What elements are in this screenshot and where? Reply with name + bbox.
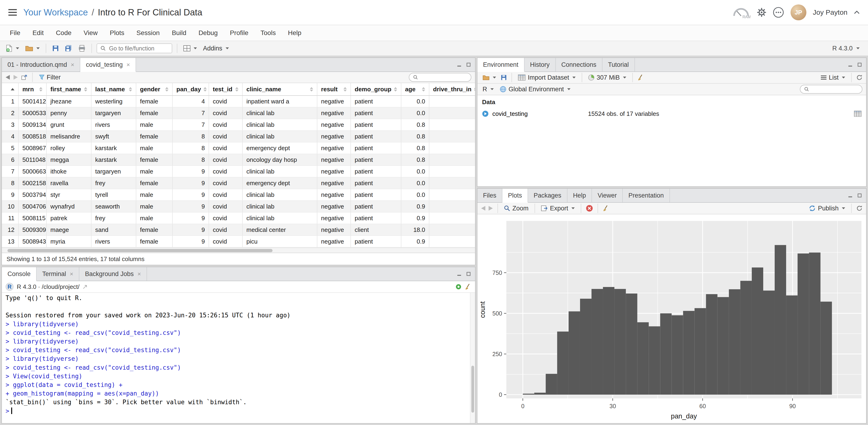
clear-console-broom-icon[interactable] [465,283,471,290]
table-row[interactable]: 125009309maegesandfemale9covidmedical ce… [2,224,475,236]
column-header-drive_thru_in[interactable]: drive_thru_in [429,83,475,95]
save-workspace-button[interactable] [501,75,507,81]
tab-01-introduction-qmd[interactable]: 01 - Introduction.qmd× [2,58,80,72]
hamburger-menu-icon[interactable] [8,9,17,16]
tab-environment[interactable]: Environment [477,58,525,72]
close-tab-icon[interactable]: × [126,62,130,68]
tab-presentation[interactable]: Presentation [623,189,670,202]
menu-help[interactable]: Help [282,25,308,40]
memory-usage-button[interactable]: 307 MiB [587,73,628,82]
expand-object-icon[interactable] [482,110,489,117]
clear-plots-broom-icon[interactable] [603,205,609,211]
chevron-up-icon[interactable] [854,10,860,14]
tab-plots[interactable]: Plots [502,189,528,203]
publish-button[interactable]: Publish [808,204,846,213]
scrollbar-thumb[interactable] [471,366,474,413]
maximize-pane-icon[interactable] [857,62,862,67]
minimize-pane-icon[interactable] [457,272,462,276]
table-search-field[interactable] [420,74,467,81]
tab-covid-testing[interactable]: covid_testing× [80,58,136,72]
console-working-directory[interactable]: R 4.3.0 · /cloud/project/ [17,283,80,290]
column-header-demo_group[interactable]: demo_group [351,83,401,95]
settings-gear-icon[interactable] [757,8,766,17]
column-header-test_id[interactable]: test_id [209,83,243,95]
menu-file[interactable]: File [4,25,26,40]
environment-search-field[interactable] [811,85,858,93]
tab-console[interactable]: Console [2,267,37,281]
minimize-pane-icon[interactable] [848,193,852,198]
menu-session[interactable]: Session [130,25,166,40]
print-button[interactable] [77,44,87,53]
column-header-age[interactable]: age [401,83,429,95]
menu-build[interactable]: Build [166,25,192,40]
user-avatar[interactable]: JP [790,4,806,20]
maximize-pane-icon[interactable] [466,272,471,276]
scrollbar-thumb[interactable] [7,249,273,252]
clear-environment-broom-icon[interactable] [638,74,644,81]
table-row[interactable]: 85002158ravellafreyfemale9covidemergency… [2,177,475,189]
new-file-button[interactable] [5,44,21,53]
tab-tutorial[interactable]: Tutorial [602,58,635,72]
tab-help[interactable]: Help [567,189,592,202]
column-header-rownum[interactable] [2,83,19,95]
forward-arrow-icon[interactable] [13,75,18,80]
next-plot-icon[interactable] [489,206,493,210]
previous-plot-icon[interactable] [481,206,485,210]
table-row[interactable]: 105004706wynafrydseaworthmale9covidclini… [2,201,475,213]
table-row[interactable]: 15001412jhezanewesterlingfemale4covidinp… [2,96,475,107]
workspace-panes-button[interactable] [182,45,198,52]
minimize-pane-icon[interactable] [457,62,462,67]
tab-packages[interactable]: Packages [528,189,567,202]
horizontal-scrollbar[interactable] [2,248,475,253]
table-row[interactable]: 135008943myriariversfemale9covidpicunega… [2,236,475,248]
import-dataset-button[interactable]: Import Dataset [517,73,577,82]
goto-file-function-field[interactable] [108,45,168,52]
environment-selector[interactable]: Global Environment [498,85,572,94]
console-output[interactable]: Type 'q()' to quit R. Session restored f… [2,293,475,423]
menu-edit[interactable]: Edit [26,25,50,40]
ram-gauge-icon[interactable]: RAM [732,6,750,19]
table-row[interactable]: 35009134gruntriversmale7covidclinical la… [2,119,475,131]
table-row[interactable]: 25000533pennytargaryenfemale7covidclinic… [2,107,475,119]
refresh-environment-icon[interactable] [856,75,862,81]
environment-search-input[interactable] [800,85,862,94]
table-row[interactable]: 45008518melisandreswyftfemale8covidclini… [2,131,475,142]
menu-plots[interactable]: Plots [104,25,130,40]
menu-profile[interactable]: Profile [224,25,254,40]
session-status-icon[interactable] [456,284,462,290]
load-workspace-button[interactable] [481,74,497,81]
menu-view[interactable]: View [78,25,103,40]
close-tab-icon[interactable]: × [71,62,74,68]
language-selector[interactable]: R [481,85,495,94]
column-header-clinic_name[interactable]: clinic_name [243,83,317,95]
breadcrumb-workspace-link[interactable]: Your Workspace [23,7,88,18]
close-tab-icon[interactable]: × [137,271,141,277]
column-header-result[interactable]: result [317,83,351,95]
save-all-button[interactable] [63,44,74,53]
tab-background-jobs[interactable]: Background Jobs× [79,267,147,281]
close-tab-icon[interactable]: × [70,271,73,277]
table-search-input[interactable] [409,73,471,82]
menu-tools[interactable]: Tools [254,25,282,40]
maximize-pane-icon[interactable] [466,62,471,67]
refresh-plot-icon[interactable] [856,205,862,211]
column-header-pan_day[interactable]: pan_day [173,83,209,95]
open-file-button[interactable] [24,45,41,52]
filter-button[interactable]: Filter [38,73,62,82]
console-scrollbar[interactable] [470,293,475,423]
tab-history[interactable]: History [525,58,556,72]
tab-viewer[interactable]: Viewer [592,189,623,202]
r-version-selector[interactable]: R 4.3.0 [832,45,860,52]
tab-terminal[interactable]: Terminal× [37,267,79,281]
back-arrow-icon[interactable] [6,75,10,80]
column-header-first_name[interactable]: first_name [46,83,91,95]
zoom-plot-button[interactable]: Zoom [503,204,530,213]
column-header-last_name[interactable]: last_name [91,83,136,95]
view-table-icon[interactable] [854,111,862,117]
table-row[interactable]: 95003794styrtyrellmale9covidclinical lab… [2,189,475,201]
tab-files[interactable]: Files [477,189,502,202]
maximize-pane-icon[interactable] [857,193,862,198]
goto-file-function-input[interactable] [97,44,172,53]
environment-object-row[interactable]: covid_testing 15524 obs. of 17 variables [477,108,866,119]
table-row[interactable]: 115008115patrekfreymale9covidclinical la… [2,213,475,224]
